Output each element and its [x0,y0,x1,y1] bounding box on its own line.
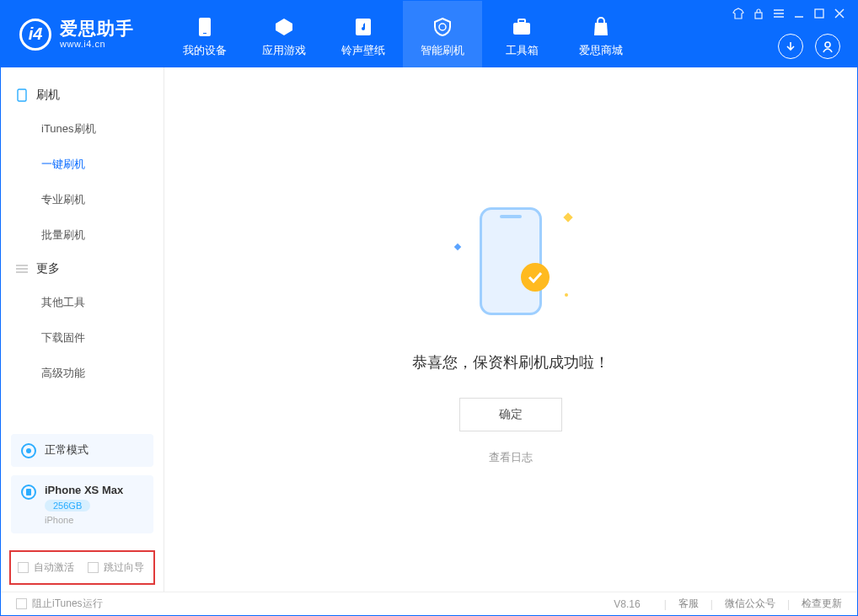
footer-link-support[interactable]: 客服 [678,597,699,611]
sidebar-item-onekey-flash[interactable]: 一键刷机 [41,147,164,182]
phone-icon [194,16,216,38]
nav-label: 工具箱 [506,43,539,58]
sidebar-section-flash: 刷机 [1,79,164,111]
checkbox-label: 阻止iTunes运行 [32,597,103,611]
user-button[interactable] [815,34,840,59]
stop-itunes-checkbox[interactable]: 阻止iTunes运行 [16,597,103,611]
svg-rect-14 [18,89,26,101]
refresh-shield-icon [432,16,453,38]
nav-my-device[interactable]: 我的设备 [165,1,244,67]
nav-smart-flash[interactable]: 智能刷机 [403,1,482,67]
bag-icon [590,16,612,38]
nav-label: 爱思商城 [579,43,623,58]
maximize-icon[interactable] [813,8,825,19]
checkbox-icon [16,598,27,609]
app-subtitle: www.i4.cn [60,39,134,50]
sidebar-item-pro-flash[interactable]: 专业刷机 [41,182,164,217]
mode-label: 正常模式 [45,442,88,458]
footer: 阻止iTunes运行 V8.16 | 客服 | 微信公众号 | 检查更新 [1,592,857,615]
nav-label: 智能刷机 [421,43,464,58]
app-title: 爱思助手 [60,19,134,39]
nav-label: 铃声壁纸 [341,43,385,58]
sidebar-item-batch-flash[interactable]: 批量刷机 [41,217,164,253]
nav-mall[interactable]: 爱思商城 [561,1,641,67]
highlighted-options: 自动激活 跳过向导 [9,550,155,585]
footer-link-update[interactable]: 检查更新 [802,597,842,611]
checkbox-icon [18,562,29,573]
sidebar-item-other-tools[interactable]: 其他工具 [41,285,164,320]
download-button[interactable] [778,34,803,59]
shirt-icon[interactable] [732,8,744,19]
nav-toolbox[interactable]: 工具箱 [482,1,561,67]
sidebar-item-itunes-flash[interactable]: iTunes刷机 [41,111,164,147]
svg-point-13 [825,42,830,47]
svg-rect-3 [513,23,530,35]
app-header: i4 爱思助手 www.i4.cn 我的设备 应用游戏 铃声壁纸 智能刷机 工具… [1,1,857,67]
device-icon [21,485,36,500]
device-card[interactable]: iPhone XS Max 256GB iPhone [11,475,153,533]
device-name: iPhone XS Max [45,484,123,496]
mode-icon [21,443,36,458]
nav-label: 应用游戏 [262,43,306,58]
ok-button[interactable]: 确定 [459,398,562,431]
sidebar-item-download-fw[interactable]: 下载固件 [41,320,164,356]
list-icon [16,263,28,275]
phone-graphic [480,207,542,315]
nav-ringtones[interactable]: 铃声壁纸 [324,1,403,67]
logo-icon: i4 [19,19,51,51]
checkbox-label: 自动激活 [34,560,74,575]
toolbox-icon [511,16,533,38]
sidebar-item-advanced[interactable]: 高级功能 [41,356,164,391]
success-message: 恭喜您，保资料刷机成功啦！ [412,352,609,372]
footer-link-wechat[interactable]: 微信公众号 [725,597,775,611]
checkbox-label: 跳过向导 [104,560,144,575]
svg-rect-4 [518,19,525,23]
device-type: iPhone [45,515,123,525]
view-log-link[interactable]: 查看日志 [489,450,533,465]
version-label: V8.16 [614,598,640,610]
sidebar-section-more: 更多 [1,253,164,285]
minimize-icon[interactable] [793,8,805,19]
svg-rect-10 [815,9,823,18]
window-controls [732,8,845,19]
close-icon[interactable] [834,8,845,19]
sparkle-icon [565,293,568,297]
phone-outline-icon [16,89,28,101]
main-content: 恭喜您，保资料刷机成功啦！ 确定 查看日志 [164,67,857,592]
device-storage-badge: 256GB [45,500,90,512]
skip-guide-checkbox[interactable]: 跳过向导 [88,560,144,575]
music-icon [352,16,374,38]
top-nav: 我的设备 应用游戏 铃声壁纸 智能刷机 工具箱 爱思商城 [165,1,641,67]
svg-rect-5 [755,13,762,19]
app-body: 刷机 iTunes刷机 一键刷机 专业刷机 批量刷机 更多 其他工具 下载固件 … [1,67,857,592]
lock-icon[interactable] [753,8,764,19]
auto-activate-checkbox[interactable]: 自动激活 [18,560,74,575]
checkbox-icon [88,562,99,573]
svg-rect-1 [203,33,206,34]
cube-icon [273,16,295,38]
section-title: 刷机 [36,88,60,103]
menu-icon[interactable] [773,8,785,19]
sparkle-icon [563,212,572,222]
checkmark-badge-icon [521,263,550,292]
nav-label: 我的设备 [183,43,227,58]
section-title: 更多 [36,261,60,276]
mode-card[interactable]: 正常模式 [11,434,153,467]
sparkle-icon [454,244,461,250]
sidebar: 刷机 iTunes刷机 一键刷机 专业刷机 批量刷机 更多 其他工具 下载固件 … [1,67,164,592]
svg-point-18 [26,448,31,453]
svg-rect-19 [26,489,31,495]
header-actions [778,34,840,59]
success-illustration [443,194,578,329]
logo-area: i4 爱思助手 www.i4.cn [1,1,165,67]
nav-apps[interactable]: 应用游戏 [244,1,324,67]
